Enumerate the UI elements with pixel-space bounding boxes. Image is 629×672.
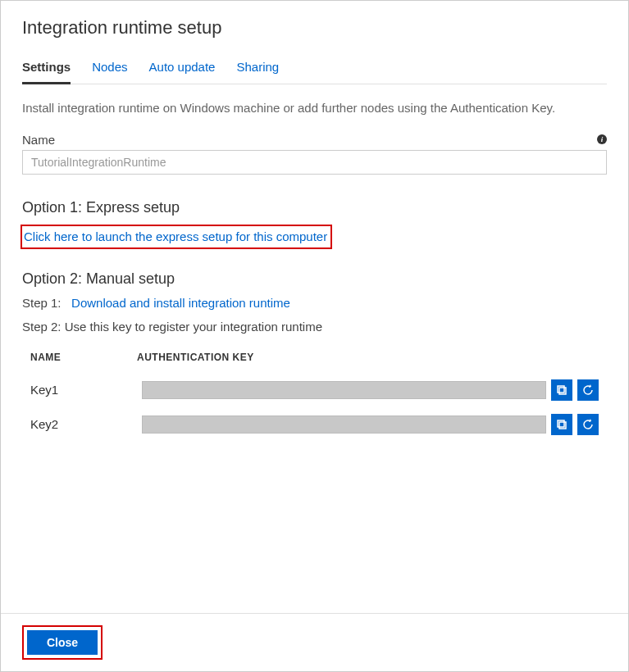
- column-auth-header: AUTHENTICATION KEY: [137, 352, 254, 363]
- key-row: Key1: [22, 373, 607, 407]
- tab-bar: Settings Nodes Auto update Sharing: [22, 55, 607, 84]
- key-row: Key2: [22, 407, 607, 442]
- svg-rect-0: [559, 388, 566, 394]
- svg-rect-1: [558, 386, 564, 393]
- step1-label: Step 1:: [22, 296, 62, 310]
- svg-rect-3: [558, 420, 564, 427]
- copy-button[interactable]: [551, 414, 572, 435]
- tab-sharing[interactable]: Sharing: [236, 55, 279, 84]
- download-link[interactable]: Download and install integration runtime: [71, 296, 290, 310]
- key-value-masked[interactable]: [142, 381, 546, 399]
- close-button-highlight: Close: [22, 625, 103, 660]
- express-setup-link[interactable]: Click here to launch the express setup f…: [24, 229, 327, 243]
- key-value-masked[interactable]: [142, 415, 546, 434]
- refresh-button[interactable]: [577, 414, 599, 435]
- column-name-header: NAME: [30, 352, 137, 363]
- footer: Close: [1, 613, 628, 671]
- name-label: Name: [22, 133, 55, 147]
- copy-icon: [555, 384, 568, 397]
- express-setup-highlight: Click here to launch the express setup f…: [21, 225, 332, 249]
- option1-heading: Option 1: Express setup: [22, 199, 607, 216]
- tab-auto-update[interactable]: Auto update: [149, 55, 216, 84]
- close-button[interactable]: Close: [27, 630, 98, 655]
- page-title: Integration runtime setup: [22, 17, 607, 39]
- key-name: Key1: [30, 383, 137, 397]
- info-icon[interactable]: i: [597, 134, 607, 144]
- svg-rect-2: [559, 422, 566, 429]
- step1-row: Step 1: Download and install integration…: [22, 296, 607, 310]
- option2-heading: Option 2: Manual setup: [22, 270, 607, 288]
- copy-icon: [555, 418, 568, 431]
- copy-button[interactable]: [551, 379, 572, 401]
- key-name: Key2: [30, 417, 137, 431]
- tab-nodes[interactable]: Nodes: [92, 55, 127, 84]
- description-text: Install integration runtime on Windows m…: [22, 99, 607, 118]
- keys-table: NAME AUTHENTICATION KEY Key1 Key2: [22, 347, 607, 442]
- step2-row: Step 2: Use this key to register your in…: [22, 320, 607, 334]
- refresh-icon: [581, 418, 595, 431]
- tab-settings[interactable]: Settings: [22, 55, 71, 84]
- refresh-icon: [581, 384, 595, 397]
- refresh-button[interactable]: [577, 379, 599, 401]
- name-input[interactable]: [22, 150, 607, 175]
